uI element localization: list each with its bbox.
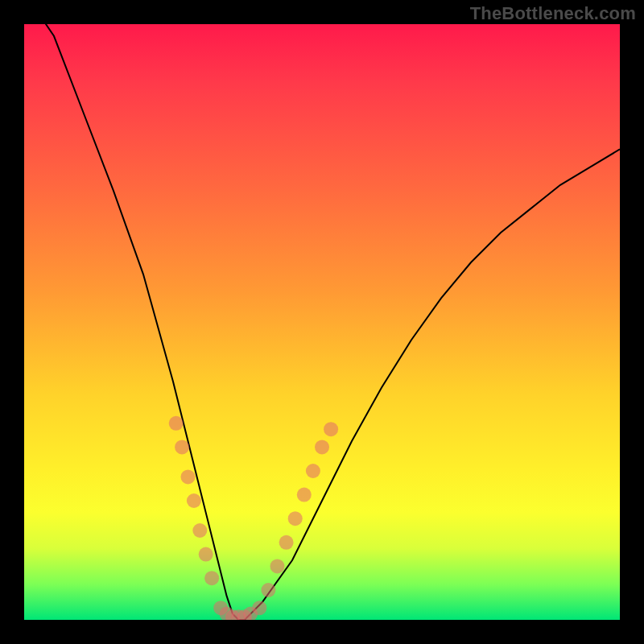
scatter-point (204, 571, 219, 585)
scatter-point (213, 601, 228, 615)
scatter-group (169, 416, 338, 620)
scatter-point (220, 607, 234, 620)
scatter-point (252, 601, 266, 615)
plot-area (24, 24, 620, 620)
chart-frame: TheBottleneck.com (0, 0, 644, 644)
scatter-point (288, 511, 303, 526)
scatter-point (261, 583, 275, 597)
scatter-point (192, 523, 207, 538)
bottleneck-curve (24, 24, 620, 620)
scatter-point (297, 488, 312, 502)
scatter-point (225, 609, 240, 620)
watermark-label: TheBottleneck.com (470, 3, 636, 24)
scatter-point (315, 440, 329, 454)
scatter-point (270, 559, 285, 573)
scatter-point (169, 416, 184, 431)
scatter-point (199, 547, 213, 562)
scatter-point (231, 609, 246, 620)
scatter-point (181, 469, 196, 484)
chart-svg (24, 24, 620, 620)
scatter-point (324, 422, 338, 436)
scatter-point (306, 464, 320, 478)
scatter-point (279, 535, 294, 550)
scatter-point (237, 609, 252, 620)
scatter-point (243, 607, 258, 620)
scatter-point (187, 493, 201, 508)
scatter-point (175, 440, 189, 454)
